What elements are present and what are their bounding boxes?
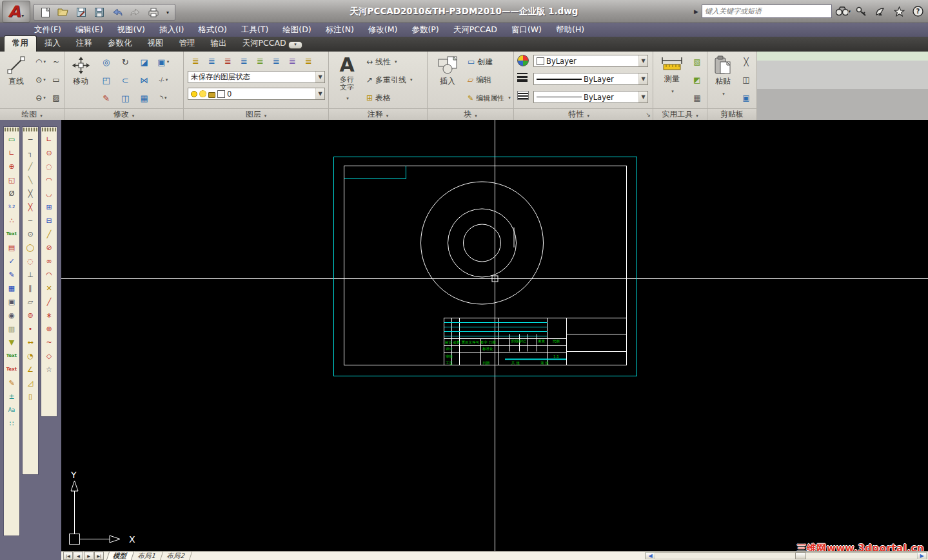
dropdown-arrow-icon[interactable]: ▼ [315, 88, 324, 99]
line-button[interactable]: 直线 [1, 53, 31, 107]
toolbar-button[interactable]: Aa [5, 404, 18, 416]
menu-item[interactable]: 参数(P) [404, 24, 446, 35]
toolbar-button[interactable]: 3.2 [5, 201, 18, 213]
toolbar-button[interactable]: ∗ [43, 309, 55, 321]
infocenter-search-input[interactable] [702, 5, 832, 18]
toolbar-button[interactable]: ◌ [24, 255, 37, 267]
table-button[interactable]: ⊞ 表格 [366, 90, 391, 106]
object-color-dropdown[interactable]: ByLayer ▼ [533, 55, 648, 67]
layer-tool-button[interactable]: ≣ [268, 53, 284, 68]
toolbar-button[interactable]: Text [5, 363, 18, 375]
toolbar-button[interactable]: ∟ [43, 133, 55, 145]
modify-tool-button[interactable]: ◝ [154, 89, 173, 107]
layout-nav-button[interactable]: ▶| [94, 552, 104, 560]
toolbar-button[interactable]: ◉ [5, 309, 18, 321]
draw-tool-button[interactable]: ▨ [49, 93, 63, 102]
toolbar-button[interactable]: ◱ [5, 174, 18, 186]
menu-item[interactable]: 视图(V) [110, 24, 152, 35]
modify-tool-button[interactable]: ◎ [97, 53, 116, 71]
layer-unlock-icon[interactable] [208, 92, 215, 98]
search-binoculars-icon[interactable]: ▾ [835, 5, 851, 18]
toolbar-button[interactable]: ◔ [24, 350, 37, 362]
dropdown-arrow-icon[interactable]: ▼ [315, 72, 324, 82]
toolbar-button[interactable]: ┐ [24, 147, 37, 159]
insert-block-button[interactable]: 插入 [431, 53, 464, 107]
app-menu-button[interactable]: A ▾ [2, 1, 30, 23]
redo-button[interactable] [128, 6, 143, 19]
menu-item[interactable]: 天河PCCAD [446, 24, 504, 35]
toolbar-button[interactable]: ∟ [5, 147, 18, 159]
menu-item[interactable]: 格式(O) [191, 24, 234, 35]
modify-tool-button[interactable]: ↻ [116, 53, 135, 71]
move-button[interactable]: 移动 [67, 53, 94, 107]
panel-caption-layers[interactable]: 图层 [184, 108, 329, 120]
clipboard-tool-button[interactable]: ◫ [738, 75, 754, 84]
draw-tool-button[interactable]: ⊖ [32, 93, 49, 102]
toolbar-button[interactable]: ◇ [43, 350, 55, 362]
menu-item[interactable]: 标注(N) [319, 24, 361, 35]
ribbon-tab[interactable]: 管理 [172, 36, 203, 52]
toolbar-button[interactable]: ─ [24, 133, 37, 145]
panel-caption-annotate[interactable]: 注释 [329, 108, 428, 120]
linetype-dropdown[interactable]: ByLayer ▼ [533, 91, 648, 103]
toolbar-button[interactable]: ⊙ [43, 147, 55, 159]
layer-tool-button[interactable]: ≣ [252, 53, 268, 68]
utility-tool-button[interactable]: ▦ [689, 93, 705, 102]
lineweight-dropdown[interactable]: ByLayer ▼ [533, 73, 648, 85]
layer-tool-button[interactable]: ≣ [236, 53, 252, 68]
toolbar-button[interactable]: ╱ [43, 228, 55, 240]
panel-caption-modify[interactable]: 修改 [64, 108, 184, 120]
toolbar-button[interactable]: ┄ [24, 215, 37, 226]
color-wheel-icon[interactable] [517, 55, 529, 66]
toolbar-button[interactable]: ▱ [24, 296, 37, 307]
properties-dialog-launcher-icon[interactable]: ↘ [646, 111, 651, 118]
toolbar-button[interactable]: ◌ [43, 160, 55, 172]
drawing-canvas[interactable]: 标记 处数 更改文件号 签字 日期 设计 标准化 阶段标记 重量 比例 审核 1… [61, 120, 928, 551]
toolbar-button[interactable]: ✎ [5, 269, 18, 280]
toolbar-button[interactable]: ╲ [24, 174, 37, 186]
toolbar-button[interactable]: ╳ [24, 201, 37, 213]
menu-item[interactable]: 插入(I) [152, 24, 191, 35]
help-icon[interactable]: ? [910, 5, 925, 18]
menu-item[interactable]: 修改(M) [361, 24, 405, 35]
new-button[interactable] [38, 6, 52, 19]
panel-caption-block[interactable]: 块 [428, 108, 514, 120]
toolbar-button[interactable]: Text [5, 350, 18, 362]
toolbar-button[interactable]: ▦ [5, 282, 18, 294]
toolbar-button[interactable]: ▣ [5, 296, 18, 307]
clipboard-tool-button[interactable]: ▣ [738, 93, 754, 102]
toolbar-button[interactable]: ▥ [5, 323, 18, 334]
dropdown-arrow-icon[interactable]: ▼ [638, 73, 647, 84]
toolbar-button[interactable]: ± [5, 391, 18, 402]
toolbar-button[interactable]: ∠ [24, 363, 37, 375]
scrollbar-thumb[interactable] [795, 552, 806, 559]
ribbon-tab[interactable]: 注释 [68, 36, 100, 52]
layer-state-dropdown[interactable]: 未保存的图层状态 ▼ [188, 71, 325, 83]
linear-dim-button[interactable]: ↔ 线性 [366, 54, 397, 70]
layer-tool-button[interactable]: ≣ [220, 53, 236, 68]
subscription-key-icon[interactable] [854, 5, 869, 18]
toolbar-button[interactable]: Ø [5, 188, 18, 199]
toolbar-button[interactable]: ▯ [24, 391, 37, 402]
draw-tool-button[interactable]: ◠ [32, 57, 49, 66]
layout-tab[interactable]: 布局2 [160, 552, 192, 560]
linetype-icon[interactable] [517, 91, 529, 100]
layer-on-icon[interactable] [191, 91, 197, 97]
toolbar-button[interactable]: ▭ [5, 133, 18, 145]
ribbon-tab[interactable]: 输出 [203, 36, 235, 52]
ribbon-tab[interactable]: 参数化 [100, 36, 140, 52]
toolbar-button[interactable]: ╳ [24, 188, 37, 199]
ribbon-tab[interactable]: 常用 [4, 35, 37, 52]
toolbar-button[interactable]: ⊘ [43, 242, 55, 253]
modify-tool-button[interactable]: ▣ [154, 53, 173, 71]
toolbar-button[interactable]: ◯ [24, 242, 37, 253]
toolbar-button[interactable]: ∞ [43, 255, 55, 267]
modify-tool-button[interactable]: ✎ [97, 89, 116, 107]
toolbar-button[interactable]: ◿ [24, 377, 37, 389]
dropdown-arrow-icon[interactable]: ▼ [638, 55, 647, 66]
toolbar-grip-handle[interactable] [5, 128, 19, 131]
menu-item[interactable]: 窗口(W) [504, 24, 549, 35]
modify-tool-button[interactable]: ◪ [135, 53, 154, 71]
block-create-button[interactable]: ▭ 创建 [468, 54, 493, 70]
panel-caption-utilities[interactable]: 实用工具 [653, 108, 707, 120]
